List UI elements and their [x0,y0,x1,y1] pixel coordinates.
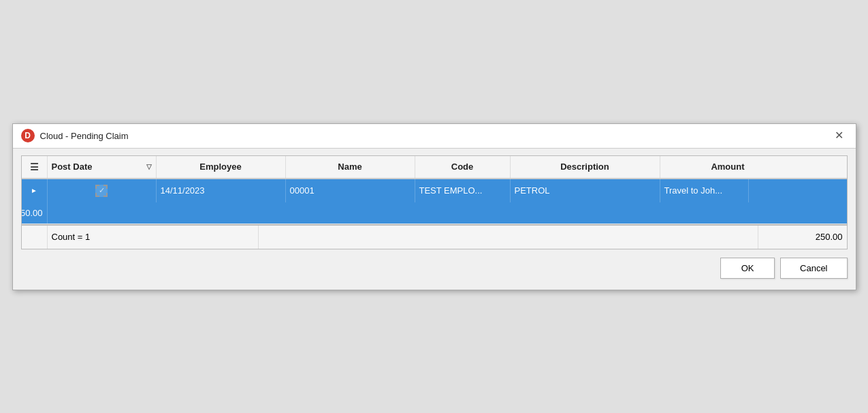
footer-total: 250.00 [758,226,847,249]
cell-employee: 00001 [286,179,415,202]
checkmark-icon: ✓ [99,186,105,195]
footer-spacer [259,226,758,249]
table-body: ► ✓ 14/11/2023 00001 TEST EMPLO... PETRO… [22,179,847,224]
data-table: ☰ Post Date ▽ Employee Name Code Descrip… [21,155,848,249]
title-bar-left: D Cloud - Pending Claim [21,129,129,142]
buttons-row: OK Cancel [21,255,848,283]
app-icon: D [21,129,35,142]
cell-name: TEST EMPLO... [415,179,511,202]
cell-description: Travel to Joh... [660,179,749,202]
window-title: Cloud - Pending Claim [40,131,129,141]
title-bar: D Cloud - Pending Claim ✕ [13,124,856,149]
close-button[interactable]: ✕ [831,129,848,142]
cancel-button[interactable]: Cancel [780,258,847,279]
header-postdate[interactable]: Post Date ▽ [48,156,157,178]
ok-button[interactable]: OK [720,258,775,279]
table-row[interactable]: ► ✓ 14/11/2023 00001 TEST EMPLO... PETRO… [22,179,847,224]
table-footer: Count = 1 250.00 [22,224,847,249]
column-selector-icon[interactable]: ☰ [30,162,39,172]
header-description: Description [511,156,660,178]
table-header: ☰ Post Date ▽ Employee Name Code Descrip… [22,156,847,179]
dialog-window: D Cloud - Pending Claim ✕ ☰ Post Date ▽ … [12,123,856,290]
cell-postdate: 14/11/2023 [157,179,286,202]
row-checkbox-cell[interactable]: ✓ [48,179,157,202]
header-amount: Amount [660,156,749,178]
sort-icon: ▽ [146,163,152,170]
header-name: Name [286,156,415,178]
header-code: Code [415,156,511,178]
header-selector: ☰ [22,156,48,178]
cell-code: PETROL [511,179,660,202]
row-indicator: ► [22,179,48,202]
dialog-content: ☰ Post Date ▽ Employee Name Code Descrip… [13,149,856,290]
header-employee: Employee [157,156,286,178]
row-checkbox[interactable]: ✓ [95,185,108,197]
footer-count: Count = 1 [48,226,259,249]
cell-amount: 250.00 [22,202,48,224]
footer-empty-1 [22,226,48,249]
row-arrow-icon: ► [31,187,37,194]
